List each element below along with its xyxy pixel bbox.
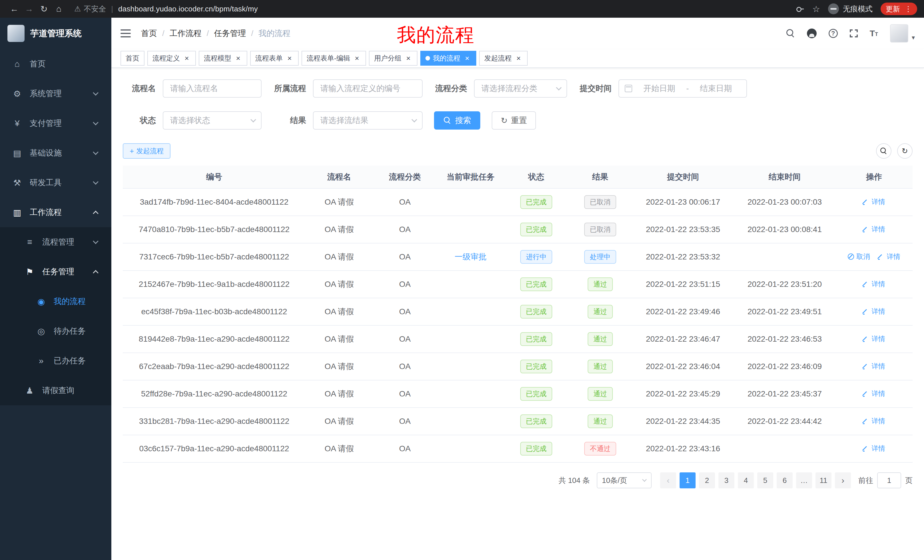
sidebar-item-done-tasks[interactable]: »已办任务 — [0, 346, 111, 376]
github-icon[interactable] — [807, 28, 817, 38]
page-button-11[interactable]: 11 — [816, 472, 831, 488]
close-icon[interactable]: × — [514, 54, 522, 62]
breadcrumb-item-task-mgmt[interactable]: 任务管理 — [214, 28, 246, 39]
tab-process-definition[interactable]: 流程定义× — [147, 51, 196, 66]
end-date-placeholder: 结束日期 — [691, 83, 741, 94]
date-range-picker[interactable]: 开始日期 - 结束日期 — [618, 79, 747, 97]
sidebar-item-my-process[interactable]: ◉我的流程 — [0, 287, 111, 316]
close-icon[interactable]: × — [183, 54, 191, 62]
reset-button[interactable]: ↻ 重置 — [492, 111, 536, 130]
sidebar-item-label: 待办任务 — [54, 326, 86, 337]
sidebar-item-workflow[interactable]: ▥工作流程 — [0, 198, 111, 227]
sidebar-item-devtools[interactable]: ⚒研发工具 — [0, 168, 111, 198]
detail-action[interactable]: 详情 — [863, 307, 885, 316]
cancel-action[interactable]: 取消 — [848, 252, 870, 261]
status-select[interactable]: 请选择状态 — [163, 111, 261, 130]
page-button-2[interactable]: 2 — [699, 472, 715, 488]
page-size-select[interactable]: 10条/页 — [597, 472, 652, 488]
cell-name: OA 请假 — [306, 353, 373, 380]
process-name-input[interactable] — [163, 79, 261, 97]
page-button-5[interactable]: 5 — [757, 472, 773, 488]
tab-process-model[interactable]: 流程模型× — [199, 51, 247, 66]
close-icon[interactable]: × — [353, 54, 361, 62]
close-icon[interactable]: × — [463, 54, 471, 62]
cell-result: 通过 — [568, 298, 632, 325]
detail-action[interactable]: 详情 — [863, 416, 885, 425]
breadcrumb-separator: / — [162, 29, 165, 38]
sidebar-item-infra[interactable]: ▤基础设施 — [0, 138, 111, 168]
search-button[interactable]: 搜索 — [434, 111, 480, 130]
page-button-6[interactable]: 6 — [777, 472, 793, 488]
page-ellipsis[interactable]: … — [796, 472, 812, 488]
close-icon[interactable]: × — [234, 54, 242, 62]
key-icon[interactable] — [796, 4, 804, 13]
detail-action[interactable]: 详情 — [863, 389, 885, 398]
page-button-3[interactable]: 3 — [718, 472, 734, 488]
tab-start-process[interactable]: 发起流程× — [479, 51, 528, 66]
status-badge: 已完成 — [520, 305, 552, 319]
detail-action[interactable]: 详情 — [863, 197, 885, 207]
help-icon[interactable] — [829, 29, 838, 38]
sidebar-collapse-icon[interactable] — [120, 29, 131, 37]
logo[interactable]: 芋道管理系统 — [0, 18, 111, 49]
category-select[interactable]: 请选择流程分类 — [474, 79, 567, 97]
detail-action[interactable]: 详情 — [863, 444, 885, 453]
detail-action[interactable]: 详情 — [863, 225, 885, 234]
sidebar-item-leave-query[interactable]: ♟请假查询 — [0, 376, 111, 405]
tab-process-form-edit[interactable]: 流程表单-编辑× — [302, 51, 366, 66]
sidebar-item-task-mgmt[interactable]: ⚑任务管理 — [0, 257, 111, 287]
detail-action[interactable]: 详情 — [863, 279, 885, 289]
breadcrumb-item-workflow[interactable]: 工作流程 — [170, 28, 202, 39]
next-page-button[interactable]: › — [835, 472, 851, 488]
myflow-icon: ◉ — [35, 296, 47, 307]
prev-page-button[interactable]: ‹ — [660, 472, 676, 488]
cell-task — [437, 380, 504, 407]
breadcrumb-item-home[interactable]: 首页 — [141, 28, 157, 39]
bookmark-star-icon[interactable]: ☆ — [812, 4, 820, 14]
user-menu[interactable]: ▾ — [890, 24, 915, 42]
profile-chip[interactable]: 无痕模式 — [828, 3, 873, 14]
browser-home-icon[interactable]: ⌂ — [51, 4, 66, 14]
app-title: 芋道管理系统 — [30, 28, 82, 39]
status-badge: 已完成 — [520, 223, 552, 236]
font-size-icon[interactable] — [870, 29, 878, 38]
cell-status: 已完成 — [504, 407, 568, 435]
owner-process-input[interactable] — [313, 79, 423, 97]
refresh-table-button[interactable]: ↻ — [897, 143, 913, 159]
table-row: ec45f38f-7b9a-11ec-b03b-acde48001122OA 请… — [123, 298, 913, 325]
detail-action[interactable]: 详情 — [863, 334, 885, 343]
browser-update-button[interactable]: 更新 ⋮ — [880, 3, 917, 15]
tab-process-form[interactable]: 流程表单× — [250, 51, 298, 66]
table-toolbar: + 发起流程 ↻ — [123, 143, 913, 159]
goto-page-input[interactable] — [877, 472, 901, 488]
sidebar-item-process-mgmt[interactable]: ≡流程管理 — [0, 227, 111, 257]
detail-action[interactable]: 详情 — [878, 252, 900, 261]
sidebar-item-payment[interactable]: ¥支付管理 — [0, 108, 111, 138]
close-icon[interactable]: × — [404, 54, 412, 62]
current-task-link[interactable]: 一级审批 — [454, 252, 486, 261]
page-button-1[interactable]: 1 — [680, 472, 696, 488]
close-icon[interactable]: × — [285, 54, 294, 62]
search-icon[interactable] — [786, 29, 795, 38]
page-button-4[interactable]: 4 — [738, 472, 754, 488]
browser-reload-icon[interactable]: ↻ — [36, 4, 51, 14]
browser-forward-icon[interactable]: → — [22, 4, 36, 14]
start-process-button[interactable]: + 发起流程 — [123, 143, 171, 159]
detail-action[interactable]: 详情 — [863, 362, 885, 371]
sidebar-item-system[interactable]: ⚙系统管理 — [0, 79, 111, 108]
tab-user-group[interactable]: 用户分组× — [369, 51, 417, 66]
toggle-search-button[interactable] — [876, 143, 891, 159]
tab-my-process[interactable]: 我的流程× — [420, 51, 476, 66]
address-bar[interactable]: ⚠ 不安全 | dashboard.yudao.iocoder.cn/bpm/t… — [74, 4, 258, 14]
sidebar-item-label: 请假查询 — [42, 385, 74, 396]
refresh-icon: ↻ — [501, 116, 507, 125]
menu-dots-icon[interactable]: ⋮ — [904, 4, 912, 13]
tab-home[interactable]: 首页 — [120, 51, 144, 66]
browser-back-icon[interactable]: ← — [7, 4, 22, 14]
result-select[interactable]: 请选择流结果 — [313, 111, 423, 130]
fullscreen-icon[interactable] — [850, 29, 858, 37]
sidebar-item-home[interactable]: ⌂首页 — [0, 49, 111, 79]
tab-label: 流程表单-编辑 — [307, 54, 350, 63]
tab-label: 首页 — [126, 54, 140, 63]
sidebar-item-todo-tasks[interactable]: ◎待办任务 — [0, 316, 111, 346]
